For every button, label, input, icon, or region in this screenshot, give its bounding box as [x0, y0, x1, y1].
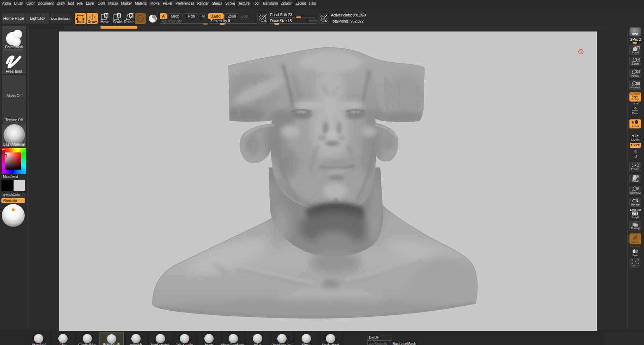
svg-text:S: S [264, 19, 267, 23]
svg-text:S: S [118, 14, 120, 18]
svg-text:D: D [325, 19, 328, 23]
svg-text:M: M [105, 14, 108, 18]
svg-text:1:1: 1:1 [636, 71, 640, 73]
svg-text:R: R [130, 14, 133, 18]
